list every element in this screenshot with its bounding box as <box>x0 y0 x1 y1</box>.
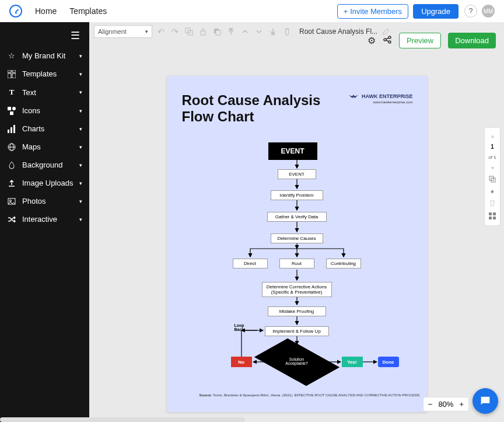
alignment-select[interactable]: Alignment▾ <box>94 25 152 38</box>
help-button[interactable]: ? <box>464 5 477 18</box>
node-done[interactable]: Done <box>378 357 399 367</box>
hawk-icon <box>349 93 358 100</box>
sidebar-item-photos[interactable]: Photos▾ <box>0 192 89 210</box>
node-yes[interactable]: Yes! <box>342 357 363 367</box>
delete-page-icon[interactable] <box>485 197 500 210</box>
sidebar-item-text[interactable]: T Text▾ <box>0 83 89 102</box>
zoom-in-button[interactable]: + <box>459 400 464 409</box>
chevron-down-icon: ▾ <box>79 162 82 168</box>
sidebar-item-icons[interactable]: Icons▾ <box>0 102 89 120</box>
node-identify-problem[interactable]: Identify Problem <box>271 190 323 200</box>
app-logo[interactable] <box>9 5 22 18</box>
svg-rect-40 <box>493 212 496 215</box>
chevron-down-icon: ▾ <box>79 144 82 150</box>
chevron-down-icon: ▾ <box>79 198 82 204</box>
drop-icon <box>7 161 16 169</box>
node-determine-causes[interactable]: Determine Causes <box>271 233 323 243</box>
bring-forward-icon[interactable] <box>240 26 250 37</box>
bring-front-icon[interactable] <box>226 26 236 37</box>
svg-rect-17 <box>201 31 205 35</box>
sidebar-item-maps[interactable]: Maps▾ <box>0 138 89 156</box>
share-icon[interactable] <box>383 35 392 47</box>
copy-icon[interactable] <box>212 26 222 37</box>
sidebar-item-charts[interactable]: Charts▾ <box>0 120 89 138</box>
svg-rect-1 <box>12 70 16 72</box>
shapes-icon <box>7 107 16 115</box>
star-icon: ☆ <box>7 51 16 60</box>
svg-point-22 <box>388 41 391 43</box>
chevron-down-icon: ▾ <box>79 108 82 114</box>
redo-icon[interactable]: ↷ <box>170 26 180 37</box>
sidebar-item-interactive[interactable]: Interactive▾ <box>0 210 89 228</box>
chat-button[interactable] <box>473 388 498 414</box>
plus-icon: + <box>344 7 348 16</box>
sidebar-item-image-uploads[interactable]: Image Uploads▾ <box>0 174 89 192</box>
node-direct[interactable]: Direct <box>233 259 268 268</box>
svg-rect-42 <box>493 217 496 219</box>
document-name: Root Cause Analysis Fl... <box>299 27 377 36</box>
svg-point-14 <box>10 200 12 201</box>
horizontal-scrollbar[interactable] <box>0 417 245 422</box>
bar-chart-icon <box>7 125 16 133</box>
globe-icon <box>7 143 16 151</box>
nav-home[interactable]: Home <box>35 6 57 16</box>
zoom-control: − 80% + <box>423 397 469 411</box>
brand-block: HAWK ENTERPRISE www.hawkenterprise.com <box>349 93 412 104</box>
photo-icon <box>7 197 16 205</box>
svg-rect-39 <box>489 212 492 215</box>
upload-icon <box>7 179 16 187</box>
svg-line-23 <box>386 38 388 39</box>
node-root[interactable]: Root <box>279 259 314 268</box>
chevron-down-icon: ▾ <box>79 89 82 95</box>
node-mistake-proofing[interactable]: Mistake Proofing <box>268 306 326 316</box>
node-implement[interactable]: Implement & Follow Up <box>265 326 329 336</box>
svg-rect-0 <box>8 70 11 72</box>
send-backward-icon[interactable] <box>254 26 264 37</box>
gear-icon[interactable]: ⚙ <box>368 35 376 46</box>
page-down-icon[interactable]: ▾ <box>485 162 500 173</box>
sidebar-item-templates[interactable]: Templates▾ <box>0 65 89 83</box>
send-back-icon[interactable] <box>268 26 278 37</box>
undo-icon[interactable]: ↶ <box>156 26 166 37</box>
group-icon[interactable] <box>184 26 194 37</box>
page-of: of 1 <box>485 152 500 162</box>
grid-view-icon[interactable] <box>485 210 500 223</box>
svg-rect-19 <box>216 30 220 35</box>
chevron-down-icon: ▾ <box>79 53 82 59</box>
doc-title: Root Cause AnalysisFlow Chart <box>182 92 321 124</box>
zoom-out-button[interactable]: − <box>428 400 433 409</box>
upgrade-button[interactable]: Upgrade <box>413 4 459 19</box>
node-event[interactable]: EVENT <box>278 169 316 179</box>
copy-page-icon[interactable] <box>485 173 500 186</box>
node-corrective-actions[interactable]: Determine Corrective Actions (Specific &… <box>262 282 332 297</box>
invite-members-button[interactable]: + Invite Members <box>337 4 408 19</box>
sidebar-item-brand-kit[interactable]: ☆ My Brand Kit▾ <box>0 47 89 65</box>
preview-button[interactable]: Preview <box>399 33 441 48</box>
svg-rect-7 <box>8 130 9 133</box>
source-citation: Source: Tomic, Branislav & Spasojevic-Br… <box>200 393 421 397</box>
node-contributing[interactable]: Contributing <box>326 259 361 268</box>
hamburger-icon[interactable]: ☰ <box>0 25 89 47</box>
add-page-icon[interactable]: + <box>485 186 500 197</box>
svg-line-24 <box>386 40 388 41</box>
sidebar-item-background[interactable]: Background▾ <box>0 156 89 174</box>
canvas-area: Alignment▾ ↶ ↷ Root Cause Analysis Fl...… <box>89 22 504 422</box>
page-number: 1 <box>485 141 500 152</box>
grid-icon <box>7 70 16 78</box>
loop-back-label: LoopBack <box>235 323 244 332</box>
node-gather-data[interactable]: Gather & Verify Data <box>267 212 327 222</box>
download-button[interactable]: Download <box>448 33 496 48</box>
svg-point-21 <box>388 36 391 39</box>
node-no[interactable]: No <box>231 357 252 367</box>
node-event-main[interactable]: EVENT <box>268 142 317 160</box>
avatar[interactable]: MM <box>482 5 495 18</box>
page-up-icon[interactable]: ▴ <box>485 130 500 141</box>
nav-templates[interactable]: Templates <box>69 6 107 16</box>
lock-icon[interactable] <box>198 26 208 37</box>
delete-icon[interactable] <box>282 26 292 37</box>
document-canvas[interactable]: Root Cause AnalysisFlow Chart HAWK ENTER… <box>167 76 427 412</box>
svg-rect-9 <box>13 125 15 133</box>
svg-point-5 <box>12 107 16 110</box>
diamond-text: SolutionAcceptable? <box>274 357 320 365</box>
top-header: Home Templates + Invite Members Upgrade … <box>0 0 504 22</box>
